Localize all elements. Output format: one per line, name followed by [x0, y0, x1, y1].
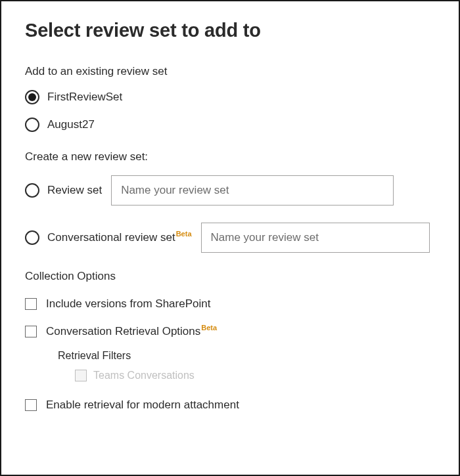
checkbox-icon	[75, 370, 87, 381]
collection-options-label: Collection Options	[25, 270, 435, 283]
checkbox-conversation-retrieval[interactable]: Conversation Retrieval OptionsBeta	[25, 325, 435, 338]
radio-label: FirstReviewSet	[47, 91, 122, 104]
radio-icon[interactable]	[25, 183, 39, 198]
radio-label: Conversational review setBeta	[47, 231, 192, 244]
beta-badge: Beta	[176, 230, 192, 238]
create-section-label: Create a new review set:	[25, 150, 435, 163]
radio-label: August27	[47, 118, 95, 131]
review-set-name-input[interactable]	[111, 175, 394, 206]
checkbox-label: Conversation Retrieval OptionsBeta	[46, 325, 217, 338]
checkbox-icon[interactable]	[25, 298, 37, 310]
beta-badge: Beta	[201, 324, 217, 332]
conversation-retrieval-label-text: Conversation Retrieval Options	[46, 325, 200, 337]
checkbox-label: Include versions from SharePoint	[46, 297, 210, 311]
checkbox-label: Enable retrieval for modern attachment	[46, 399, 239, 412]
radio-option-august27[interactable]: August27	[25, 118, 435, 132]
existing-section-label: Add to an existing review set	[25, 65, 435, 78]
page-title: Select review set to add to	[25, 20, 435, 41]
checkbox-include-versions[interactable]: Include versions from SharePoint	[25, 297, 435, 311]
checkbox-icon[interactable]	[25, 399, 37, 411]
radio-option-reviewset[interactable]: Review set	[25, 175, 435, 206]
radio-option-firstreviewset[interactable]: FirstReviewSet	[25, 90, 435, 104]
retrieval-filters-label: Retrieval Filters	[58, 350, 435, 362]
conversational-label-text: Conversational review set	[47, 231, 175, 244]
radio-icon[interactable]	[25, 230, 39, 245]
radio-label: Review set	[47, 184, 102, 197]
retrieval-filters-section: Retrieval Filters Teams Conversations	[58, 350, 435, 381]
checkbox-teams-conversations: Teams Conversations	[75, 370, 435, 381]
radio-icon[interactable]	[25, 118, 39, 132]
checkbox-modern-attachment[interactable]: Enable retrieval for modern attachment	[25, 399, 435, 412]
checkbox-icon[interactable]	[25, 326, 37, 337]
conversational-review-set-name-input[interactable]	[201, 223, 430, 253]
radio-icon[interactable]	[25, 90, 39, 104]
radio-option-conversational-reviewset[interactable]: Conversational review setBeta	[25, 223, 435, 253]
checkbox-label: Teams Conversations	[93, 370, 195, 381]
